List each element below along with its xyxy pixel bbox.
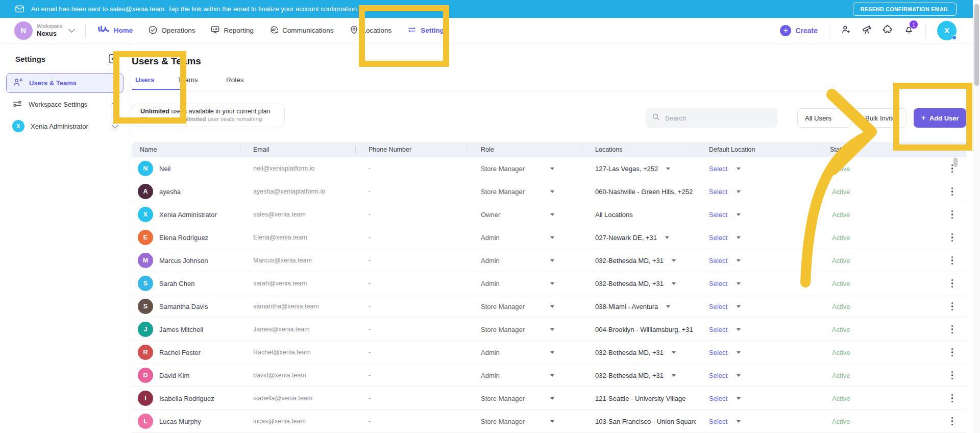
column-header-email: Email bbox=[240, 142, 355, 157]
default-location-dropdown[interactable]: Select bbox=[696, 234, 817, 242]
nav-item-operations[interactable]: Operations bbox=[148, 25, 195, 36]
row-actions-button[interactable] bbox=[925, 371, 966, 380]
user-role-dropdown[interactable]: Store Manager bbox=[468, 326, 582, 333]
user-role-dropdown[interactable]: Admin bbox=[468, 372, 582, 379]
nav-item-home[interactable]: Home bbox=[97, 25, 133, 36]
row-actions-button[interactable] bbox=[925, 302, 966, 311]
user-name-cell[interactable]: R Rachel Foster bbox=[132, 345, 240, 360]
user-locations-cell[interactable]: 032-Bethesda MD, +31 bbox=[582, 280, 696, 287]
nav-item-reporting[interactable]: Reporting bbox=[210, 25, 254, 36]
default-location-dropdown[interactable]: Select bbox=[696, 280, 817, 287]
user-locations-cell[interactable]: 121-Seattle - University Village bbox=[582, 395, 696, 402]
row-actions-button[interactable] bbox=[925, 187, 966, 196]
default-location-dropdown[interactable]: Select bbox=[696, 257, 817, 264]
sidebar-item-users-teams[interactable]: Users & Teams bbox=[6, 73, 124, 93]
tab-roles[interactable]: Roles bbox=[226, 76, 244, 84]
row-actions-button[interactable] bbox=[925, 279, 966, 288]
row-actions-button[interactable] bbox=[925, 233, 966, 242]
nav-item-settings[interactable]: Settings bbox=[407, 25, 448, 36]
tab-teams[interactable]: Teams bbox=[178, 76, 198, 84]
user-locations-cell[interactable]: 127-Las Vegas, +252 bbox=[582, 165, 696, 173]
notifications-button[interactable]: 1 bbox=[903, 24, 914, 37]
row-actions-button[interactable] bbox=[925, 164, 966, 173]
collapse-sidebar-icon[interactable] bbox=[108, 54, 119, 64]
user-role-dropdown[interactable]: Store Manager bbox=[468, 188, 582, 196]
user-locations-cell[interactable]: 060-Nashville - Green Hills, +252 bbox=[582, 188, 696, 196]
row-actions-button[interactable] bbox=[925, 256, 966, 265]
user-filter-dropdown[interactable]: All Users bbox=[797, 108, 851, 128]
tab-users[interactable]: Users bbox=[135, 76, 155, 84]
user-role-dropdown[interactable]: Store Manager bbox=[468, 418, 582, 425]
divider bbox=[85, 23, 86, 38]
table-scrollbar-thumb[interactable] bbox=[953, 158, 958, 167]
user-name-cell[interactable]: A ayesha bbox=[132, 184, 240, 199]
user-role-dropdown[interactable]: Admin bbox=[468, 349, 582, 356]
user-role-dropdown[interactable]: Admin bbox=[468, 234, 582, 242]
default-location-dropdown[interactable]: Select bbox=[696, 372, 817, 379]
default-location-dropdown[interactable]: Select bbox=[696, 303, 817, 310]
user-role-dropdown[interactable]: Store Manager bbox=[468, 303, 582, 310]
user-name: Elena Rodriguez bbox=[159, 234, 208, 242]
default-location-dropdown[interactable]: Select bbox=[696, 349, 817, 356]
sidebar-item-workspace-settings[interactable]: Workspace Settings bbox=[6, 95, 124, 114]
page-scrollbar-thumb[interactable] bbox=[974, 4, 979, 86]
user-phone-cell: - bbox=[355, 257, 468, 264]
location-caret-icon bbox=[666, 167, 670, 170]
user-name-cell[interactable]: D David Kim bbox=[132, 368, 240, 383]
default-location-dropdown[interactable]: Select bbox=[696, 395, 817, 402]
default-location-dropdown[interactable]: Select bbox=[696, 165, 817, 173]
user-locations-cell[interactable]: 027-Newark DE, +31 bbox=[582, 234, 696, 242]
user-locations-cell[interactable]: 004-Brooklyn - Williamsburg, +31 bbox=[582, 326, 696, 333]
default-location-value: Select bbox=[709, 165, 727, 173]
sidebar-item-xenia-administrator[interactable]: X Xenia Administrator bbox=[6, 116, 124, 136]
user-name-cell[interactable]: S Sarah Chen bbox=[132, 276, 240, 291]
user-name-cell[interactable]: J James Mitchell bbox=[132, 322, 240, 337]
user-role-dropdown[interactable]: Store Manager bbox=[468, 395, 582, 402]
user-locations-cell[interactable]: 032-Bethesda MD, +31 bbox=[582, 372, 696, 379]
row-actions-button[interactable] bbox=[925, 325, 966, 334]
user-name-cell[interactable]: E Elena Rodriguez bbox=[132, 230, 240, 245]
search-input[interactable] bbox=[665, 114, 771, 122]
user-name-cell[interactable]: X Xenia Administrator bbox=[132, 207, 240, 222]
bulk-invite-button[interactable]: Bulk Invite bbox=[854, 108, 906, 128]
whats-new-button[interactable] bbox=[862, 24, 872, 37]
user-status: Active bbox=[817, 280, 925, 287]
user-role: Admin bbox=[481, 280, 500, 287]
user-location: 032-Bethesda MD, +31 bbox=[595, 349, 664, 356]
invite-user-button[interactable] bbox=[841, 24, 851, 37]
user-avatar: L bbox=[138, 414, 153, 429]
resend-confirmation-button[interactable]: RESEND CONFIRMATION EMAIL bbox=[853, 3, 957, 16]
default-location-dropdown[interactable]: Select bbox=[696, 188, 817, 196]
user-name-cell[interactable]: M Marcus Johnson bbox=[132, 253, 240, 268]
user-locations-cell[interactable]: 038-Miami - Aventura bbox=[582, 303, 696, 310]
user-role-dropdown[interactable]: Admin bbox=[468, 257, 582, 264]
default-location-dropdown[interactable]: Select bbox=[696, 326, 817, 333]
row-actions-button[interactable] bbox=[925, 210, 966, 219]
user-status: Active bbox=[817, 188, 925, 196]
user-locations-cell[interactable]: 032-Bethesda MD, +31 bbox=[582, 257, 696, 264]
sidebar-title: Settings bbox=[15, 55, 45, 63]
user-name-cell[interactable]: I Isabella Rodriguez bbox=[132, 391, 240, 406]
create-button[interactable]: + Create bbox=[780, 25, 818, 36]
user-locations-cell[interactable]: 032-Bethesda MD, +31 bbox=[582, 349, 696, 356]
user-status: Active bbox=[817, 349, 925, 356]
user-role-dropdown[interactable]: Store Manager bbox=[468, 165, 582, 173]
user-locations-cell[interactable]: All Locations bbox=[582, 211, 696, 219]
user-locations-cell[interactable]: 103-San Francisco - Union Square bbox=[582, 418, 696, 425]
integrations-button[interactable] bbox=[883, 24, 893, 37]
row-actions-button[interactable] bbox=[925, 394, 966, 403]
user-role-dropdown[interactable]: Owner bbox=[468, 211, 582, 219]
workspace-switcher[interactable]: N Workspace Nexus bbox=[0, 21, 74, 40]
user-avatar[interactable]: X bbox=[937, 21, 957, 40]
nav-item-communications[interactable]: Communications bbox=[269, 25, 334, 36]
nav-item-locations[interactable]: Locations bbox=[349, 25, 392, 36]
default-location-dropdown[interactable]: Select bbox=[696, 418, 817, 425]
user-name-cell[interactable]: N Neil bbox=[132, 161, 240, 176]
default-location-dropdown[interactable]: Select bbox=[696, 211, 817, 219]
row-actions-button[interactable] bbox=[925, 348, 966, 357]
user-name-cell[interactable]: S Samantha Davis bbox=[132, 299, 240, 314]
user-name-cell[interactable]: L Lucas Murphy bbox=[132, 414, 240, 429]
add-user-button[interactable]: + Add User bbox=[914, 108, 966, 128]
row-actions-button[interactable] bbox=[925, 417, 966, 426]
user-role-dropdown[interactable]: Admin bbox=[468, 280, 582, 287]
